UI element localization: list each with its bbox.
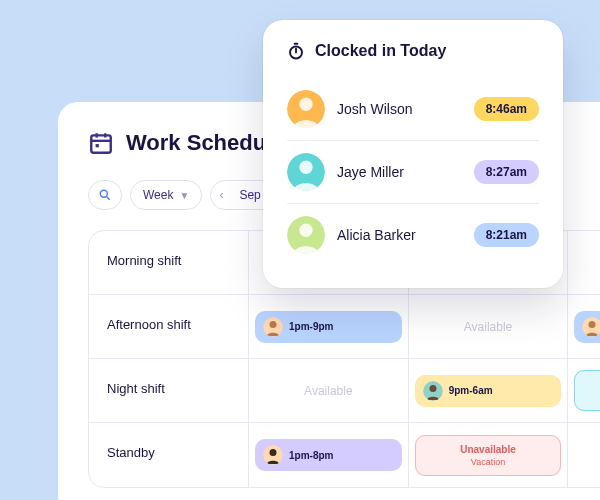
- grid-cell[interactable]: Unavailable Vacation: [409, 423, 569, 487]
- unavailable-sub: Vacation: [424, 457, 553, 467]
- avatar: [287, 153, 325, 191]
- avatar: [287, 216, 325, 254]
- svg-point-19: [299, 98, 312, 111]
- grid-cell[interactable]: 1pm-8pm: [249, 423, 409, 487]
- avatar: [287, 90, 325, 128]
- time-badge: 8:21am: [474, 223, 539, 247]
- available-label: Available: [464, 320, 512, 334]
- shift-chip[interactable]: 1pm-8pm: [255, 439, 402, 471]
- unavailable-title: Unavailable: [424, 444, 553, 455]
- grid-cell[interactable]: [568, 231, 600, 294]
- grid-cell[interactable]: Available: [409, 295, 569, 358]
- row-label: Afternoon shift: [89, 295, 249, 358]
- search-icon: [98, 188, 112, 202]
- grid-cell[interactable]: 1pm-9pm: [568, 295, 600, 358]
- stopwatch-icon: [287, 42, 305, 60]
- chevron-down-icon: ▼: [179, 190, 189, 201]
- prefers-sub: All day: [583, 392, 600, 402]
- person-name: Jaye Miller: [337, 164, 474, 180]
- clocked-title: Clocked in Today: [315, 42, 446, 60]
- calendar-icon: [88, 130, 114, 156]
- row-label: Night shift: [89, 359, 249, 422]
- svg-point-5: [100, 190, 107, 197]
- prev-button[interactable]: ‹: [211, 188, 231, 202]
- shift-chip[interactable]: 1pm-9pm: [255, 311, 402, 343]
- person-row[interactable]: Josh Wilson 8:46am: [287, 78, 539, 141]
- person-row[interactable]: Alicia Barker 8:21am: [287, 204, 539, 266]
- svg-rect-15: [294, 43, 299, 45]
- shift-chip[interactable]: 9pm-6am: [415, 375, 562, 407]
- svg-rect-4: [96, 144, 99, 147]
- grid-cell[interactable]: Prefers to work All day: [568, 359, 600, 422]
- shift-time: 1pm-9pm: [289, 321, 333, 332]
- person-name: Alicia Barker: [337, 227, 474, 243]
- avatar: [423, 381, 443, 401]
- prefers-title: Prefers to work: [583, 379, 600, 390]
- time-badge: 8:46am: [474, 97, 539, 121]
- period-label: Week: [143, 188, 173, 202]
- grid-row: Afternoon shift 1pm-9pm Available 1pm-9p…: [89, 295, 600, 359]
- svg-point-10: [589, 321, 596, 328]
- row-label: Morning shift: [89, 231, 249, 294]
- shift-time: 9pm-6am: [449, 385, 493, 396]
- grid-row: Night shift Available 9pm-6am Prefers to…: [89, 359, 600, 423]
- prefers-box[interactable]: Prefers to work All day: [574, 370, 600, 411]
- svg-point-21: [299, 161, 312, 174]
- period-dropdown[interactable]: Week ▼: [130, 180, 202, 210]
- grid-cell[interactable]: Available: [249, 359, 409, 422]
- shift-time: 1pm-8pm: [289, 450, 333, 461]
- clocked-in-card: Clocked in Today Josh Wilson 8:46am Jaye…: [263, 20, 563, 288]
- grid-row: Standby 1pm-8pm Unavailable Vacation Ava…: [89, 423, 600, 487]
- person-name: Josh Wilson: [337, 101, 474, 117]
- svg-point-8: [270, 321, 277, 328]
- grid-cell[interactable]: Available: [568, 423, 600, 487]
- search-button[interactable]: [88, 180, 122, 210]
- clocked-header: Clocked in Today: [287, 42, 539, 60]
- grid-cell[interactable]: 1pm-9pm: [249, 295, 409, 358]
- avatar: [263, 445, 283, 465]
- shift-chip[interactable]: 1pm-9pm: [574, 311, 600, 343]
- person-row[interactable]: Jaye Miller 8:27am: [287, 141, 539, 204]
- svg-line-6: [107, 197, 110, 200]
- svg-rect-0: [91, 135, 111, 152]
- available-label: Available: [304, 384, 352, 398]
- grid-cell[interactable]: 9pm-6am: [409, 359, 569, 422]
- svg-point-14: [270, 449, 277, 456]
- row-label: Standby: [89, 423, 249, 487]
- avatar: [263, 317, 283, 337]
- unavailable-box[interactable]: Unavailable Vacation: [415, 435, 562, 476]
- svg-point-23: [299, 224, 312, 237]
- avatar: [582, 317, 600, 337]
- time-badge: 8:27am: [474, 160, 539, 184]
- svg-point-12: [429, 385, 436, 392]
- schedule-title: Work Schedule: [126, 130, 285, 156]
